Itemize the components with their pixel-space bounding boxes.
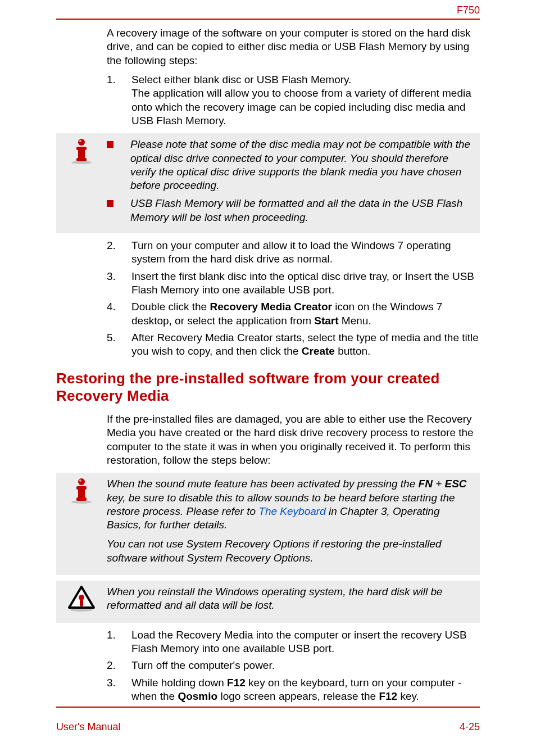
ordered-list-2: 2. Turn on your computer and allow it to…	[107, 239, 480, 359]
bullet-text: USB Flash Memory will be formatted and a…	[130, 197, 474, 224]
cross-reference-link[interactable]: The Keyboard	[258, 505, 325, 517]
svg-point-11	[79, 479, 81, 482]
intro-paragraph: A recovery image of the software on your…	[107, 26, 480, 67]
bold-text: Start	[314, 315, 338, 327]
bold-text: Qosmio	[178, 690, 217, 702]
list-text: The application will allow you to choose…	[131, 87, 471, 126]
note-paragraph: You can not use System Recovery Options …	[107, 537, 474, 565]
list-text: Insert the first blank disc into the opt…	[131, 270, 480, 297]
list-item: 1. Select either blank disc or USB Flash…	[107, 73, 480, 128]
bullet-item: USB Flash Memory will be formatted and a…	[107, 197, 474, 224]
paragraph: If the pre-installed files are damaged, …	[107, 413, 480, 467]
list-text: Select either blank disc or USB Flash Me…	[131, 74, 351, 85]
list-item: 2. Turn off the computer's power.	[107, 659, 480, 672]
svg-point-5	[79, 140, 81, 142]
ordered-list-1: 1. Select either blank disc or USB Flash…	[107, 73, 480, 128]
text: button.	[335, 345, 370, 357]
section-heading: Restoring the pre-installed software fro…	[56, 370, 480, 405]
text: key.	[397, 690, 419, 702]
page: F750 A recovery image of the software on…	[0, 0, 536, 744]
page-footer: User's Manual 4-25	[0, 718, 536, 733]
warning-icon	[56, 585, 107, 618]
list-item: 4. Double click the Recovery Media Creat…	[107, 300, 480, 328]
list-body: While holding down F12 key on the keyboa…	[131, 676, 480, 704]
list-body: After Recovery Media Creator starts, sel…	[131, 331, 480, 359]
key-label: FN	[419, 478, 433, 490]
model-label: F750	[457, 4, 480, 16]
text: When the sound mute feature has been act…	[107, 478, 419, 490]
footer-rule	[56, 707, 480, 708]
text: +	[433, 478, 445, 490]
list-number: 5.	[107, 331, 131, 359]
warning-text: When you reinstall the Windows operating…	[107, 585, 474, 613]
note-body: When you reinstall the Windows operating…	[107, 585, 474, 618]
list-number: 2.	[107, 659, 131, 672]
key-label: ESC	[445, 478, 467, 490]
list-number: 1.	[107, 628, 131, 656]
bullet-item: Please note that some of the disc media …	[107, 138, 474, 192]
bullet-text: Please note that some of the disc media …	[130, 138, 474, 192]
svg-point-15	[80, 603, 83, 606]
list-item: 3. While holding down F12 key on the key…	[107, 676, 480, 704]
bullet-marker	[107, 200, 113, 207]
page-number: 4-25	[460, 721, 480, 733]
page-content: A recovery image of the software on your…	[0, 26, 536, 703]
list-item: 3. Insert the first blank disc into the …	[107, 270, 480, 297]
list-item: 2. Turn on your computer and allow it to…	[107, 239, 480, 266]
list-number: 3.	[107, 676, 131, 704]
warning-note: When you reinstall the Windows operating…	[56, 581, 480, 623]
bullet-marker	[107, 141, 113, 148]
note-paragraph: When the sound mute feature has been act…	[107, 477, 474, 532]
list-text: Load the Recovery Media into the compute…	[131, 628, 480, 656]
page-header: F750	[0, 0, 536, 19]
note-body: When the sound mute feature has been act…	[107, 477, 474, 571]
list-body: Select either blank disc or USB Flash Me…	[131, 73, 480, 128]
list-text: Turn on your computer and allow it to lo…	[131, 239, 480, 266]
key-label: F12	[379, 690, 397, 702]
list-number: 2.	[107, 239, 131, 266]
text: logo screen appears, release the	[217, 690, 379, 702]
svg-rect-9	[76, 497, 87, 501]
header-rule	[56, 19, 480, 20]
list-item: 1. Load the Recovery Media into the comp…	[107, 628, 480, 656]
svg-point-4	[78, 139, 85, 146]
list-number: 3.	[107, 270, 131, 297]
list-text: Turn off the computer's power.	[131, 659, 480, 672]
bold-text: Recovery Media Creator	[210, 301, 332, 313]
note-body: Please note that some of the disc media …	[107, 138, 474, 229]
list-number: 1.	[107, 73, 131, 128]
text: While holding down	[131, 677, 227, 689]
svg-rect-8	[76, 486, 87, 490]
list-number: 4.	[107, 300, 131, 328]
bold-text: Create	[302, 345, 335, 357]
list-body: Double click the Recovery Media Creator …	[131, 300, 480, 328]
list-item: 5. After Recovery Media Creator starts, …	[107, 331, 480, 359]
svg-rect-3	[76, 158, 87, 161]
text: Menu.	[339, 315, 371, 327]
footer-title: User's Manual	[56, 721, 120, 733]
info-icon	[56, 477, 107, 571]
svg-point-10	[78, 478, 85, 485]
svg-rect-2	[76, 147, 87, 150]
info-note: Please note that some of the disc media …	[56, 133, 480, 233]
text: Double click the	[131, 301, 210, 313]
key-label: F12	[227, 677, 246, 689]
info-note: When the sound mute feature has been act…	[56, 473, 480, 575]
ordered-list-3: 1. Load the Recovery Media into the comp…	[107, 628, 480, 704]
info-icon	[56, 138, 107, 229]
